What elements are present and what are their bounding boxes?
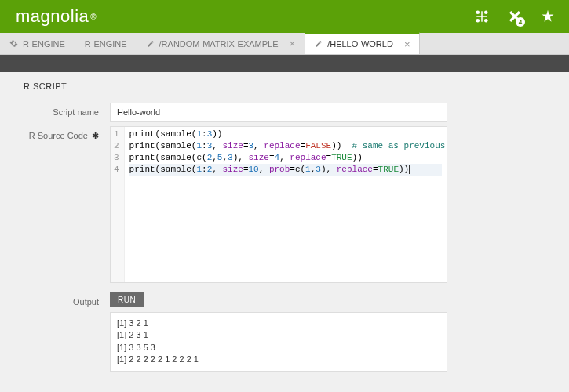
tab-label: R-ENGINE (23, 39, 65, 49)
gear-icon (9, 39, 18, 48)
output-label: Output (24, 292, 110, 307)
svg-rect-5 (476, 16, 487, 17)
tab-bar: R-ENGINER-ENGINE/RANDOM-MATRIX-EXAMPLE×/… (0, 33, 569, 55)
tab-label: R-ENGINE (85, 39, 127, 49)
script-name-input[interactable] (110, 103, 447, 122)
row-output: Output RUN [1] 3 2 1[1] 2 3 1[1] 3 3 5 3… (0, 290, 569, 374)
tab-label: /RANDOM-MATRIX-EXAMPLE (159, 39, 279, 49)
tab-0[interactable]: R-ENGINE (0, 33, 75, 54)
toolbar-dark (0, 55, 569, 72)
header-icons: 4 (473, 8, 556, 25)
app-header: magnolia® 4 (0, 0, 569, 33)
code-line[interactable]: print(sample(1:3)) (129, 129, 442, 140)
required-asterisk: ✱ (89, 131, 99, 140)
activity-icon[interactable]: 4 (506, 8, 523, 25)
star-icon[interactable] (539, 8, 556, 25)
svg-point-3 (484, 19, 488, 23)
svg-point-2 (476, 19, 480, 23)
code-lines[interactable]: print(sample(1:3))print(sample(1:3, size… (125, 127, 447, 282)
code-gutter: 1234 (111, 127, 125, 282)
pencil-icon (147, 40, 155, 48)
logo-text: magnolia (16, 6, 89, 27)
section-title: R SCRIPT (0, 72, 569, 100)
code-line[interactable]: print(sample(1:2, size=10, prob=c(1,3), … (129, 164, 442, 176)
code-line[interactable]: print(sample(1:3, size=3, replace=FALSE)… (129, 140, 442, 152)
output-line: [1] 3 2 1 (117, 318, 440, 329)
run-button[interactable]: RUN (110, 292, 144, 307)
pencil-icon (315, 40, 323, 48)
output-line: [1] 3 3 5 3 (117, 342, 440, 354)
row-source-code: R Source Code ✱ 1234 print(sample(1:3))p… (0, 124, 569, 285)
output-line: [1] 2 3 1 (117, 329, 440, 341)
code-line[interactable]: print(sample(c(2,5,3), size=4, replace=T… (129, 152, 442, 164)
output-line: [1] 2 2 2 2 2 1 2 2 2 1 (117, 354, 440, 365)
apps-icon[interactable] (473, 8, 491, 25)
code-editor[interactable]: 1234 print(sample(1:3))print(sample(1:3,… (110, 126, 447, 283)
output-box: [1] 3 2 1[1] 2 3 1[1] 3 3 5 3[1] 2 2 2 2… (110, 312, 447, 372)
row-script-name: Script name (0, 100, 569, 124)
tab-3[interactable]: /HELLO-WORLD× (305, 32, 420, 54)
logo-reg: ® (90, 13, 97, 21)
tab-label: /HELLO-WORLD (327, 39, 393, 49)
script-name-label: Script name (24, 103, 110, 117)
svg-point-1 (484, 11, 488, 15)
close-icon[interactable]: × (404, 39, 410, 49)
notification-badge: 4 (516, 17, 525, 27)
svg-point-0 (476, 11, 480, 15)
close-icon[interactable]: × (290, 38, 296, 49)
tab-2[interactable]: /RANDOM-MATRIX-EXAMPLE× (137, 33, 306, 54)
source-code-label: R Source Code ✱ (24, 126, 110, 141)
logo: magnolia® (16, 6, 97, 27)
content-area: R SCRIPT Script name R Source Code ✱ 123… (0, 72, 569, 374)
tab-1[interactable]: R-ENGINE (75, 33, 137, 54)
